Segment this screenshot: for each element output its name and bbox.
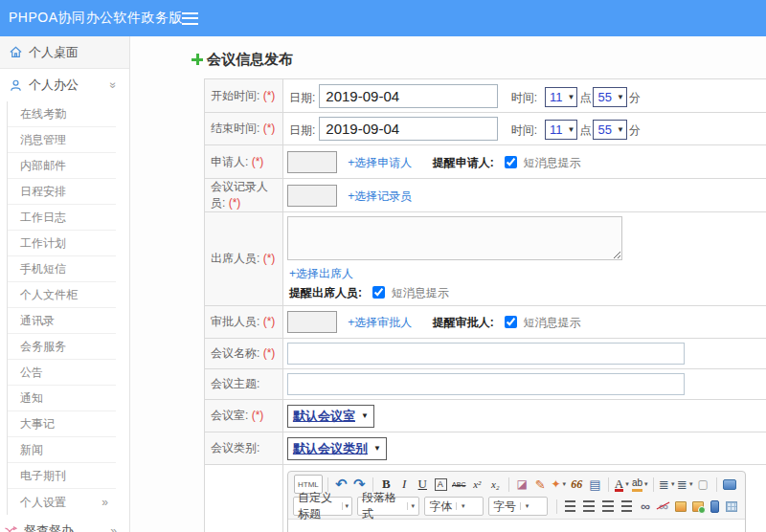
sidebar-item-news[interactable]: 新闻 xyxy=(8,437,116,463)
start-minute-select[interactable]: 55▼ xyxy=(593,87,626,107)
toolbar-separator xyxy=(716,477,717,492)
approver-sms-checkbox[interactable] xyxy=(505,316,517,328)
sidebar-item-personal-desktop[interactable]: 个人桌面 xyxy=(0,36,129,69)
caret-down-icon: ▼ xyxy=(373,444,381,453)
form-row-applicant: 申请人: (*) +选择申请人 提醒申请人: 短消息提示 xyxy=(205,145,766,179)
remind-attendees-label: 提醒出席人员: xyxy=(289,286,362,299)
sidebar-item-memorabilia[interactable]: 大事记 xyxy=(8,411,116,437)
applicant-sms-checkbox[interactable] xyxy=(505,156,517,168)
sidebar-item-messages[interactable]: 消息管理 xyxy=(8,127,116,153)
subscript-button[interactable]: x₂ xyxy=(487,475,504,494)
highlight-color-button[interactable]: ab▾ xyxy=(632,475,648,494)
sidebar-item-work-plan[interactable]: 工作计划 xyxy=(8,231,116,256)
pick-recorder-link[interactable]: +选择记录员 xyxy=(348,189,412,203)
eraser-icon[interactable]: ◪ xyxy=(514,475,530,494)
form-row-recorder: 会议记录人员: (*) +选择记录员 xyxy=(205,179,766,212)
form-row-meeting-name: 会议名称: (*) xyxy=(205,339,766,369)
chevron-down-icon: » xyxy=(107,82,121,89)
font-family-select[interactable]: 字体▾ xyxy=(424,497,484,516)
pick-applicant-link[interactable]: +选择申请人 xyxy=(348,156,412,169)
unordered-list-button[interactable]: ≣▾ xyxy=(677,475,693,494)
main-content: 会议信息发布 开始时间: (*) 日期: 时间:11▼点55▼分 结束时间: (… xyxy=(130,36,766,532)
font-color-button[interactable]: A▾ xyxy=(614,475,630,494)
caret-down-icon: ▾ xyxy=(625,480,629,488)
editor-content-area[interactable] xyxy=(288,519,745,532)
align-justify-button[interactable] xyxy=(621,500,633,512)
meeting-room-select[interactable]: 默认会议室▼ xyxy=(287,405,374,428)
chevron-right-icon: » xyxy=(101,490,108,515)
color-style-button[interactable]: ✦▾ xyxy=(551,475,567,494)
attendees-sms-checkbox[interactable] xyxy=(372,286,385,299)
end-date-input[interactable] xyxy=(319,117,498,141)
user-icon xyxy=(8,78,23,93)
paragraph-format-select[interactable]: 段落格式▾ xyxy=(357,497,419,516)
font-border-button[interactable]: A xyxy=(435,478,447,491)
insert-media-button[interactable] xyxy=(710,500,719,513)
sidebar-item-work-log[interactable]: 工作日志 xyxy=(8,205,116,231)
shuffle-icon xyxy=(3,523,18,532)
blockquote-button[interactable]: 66 xyxy=(569,475,585,494)
upload-image-button[interactable] xyxy=(692,501,704,512)
heading-style-select[interactable]: 自定义标题▾ xyxy=(293,497,352,516)
sidebar-item-supervision[interactable]: 督查督办 » xyxy=(0,515,129,532)
toolbar-separator xyxy=(653,477,654,492)
attendees-textarea[interactable] xyxy=(287,216,622,260)
font-size-select[interactable]: 字号▾ xyxy=(488,497,548,516)
paste-icon[interactable]: ▤ xyxy=(587,475,603,494)
fullscreen-button[interactable] xyxy=(722,475,738,494)
underline-button[interactable]: U xyxy=(415,475,431,494)
insert-table-button[interactable] xyxy=(726,501,737,512)
form-row-meeting-room: 会议室: (*) 默认会议室▼ xyxy=(205,400,766,432)
field-label: 审批人员: xyxy=(211,315,259,328)
caret-down-icon: ▼ xyxy=(361,411,369,420)
hamburger-menu-icon[interactable] xyxy=(182,12,198,25)
sidebar-item-e-journal[interactable]: 电子期刊 xyxy=(8,463,116,489)
sidebar-item-contacts[interactable]: 通讯录 xyxy=(8,308,116,334)
approver-input[interactable] xyxy=(287,311,337,333)
applicant-input[interactable] xyxy=(287,151,337,173)
form-row-start-time: 开始时间: (*) 日期: 时间:11▼点55▼分 xyxy=(205,79,766,113)
recorder-input[interactable] xyxy=(287,185,337,207)
meeting-name-input[interactable] xyxy=(287,343,685,365)
start-date-input[interactable] xyxy=(319,84,498,108)
pick-attendees-link[interactable]: +选择出席人 xyxy=(289,267,353,280)
superscript-button[interactable]: x² xyxy=(469,475,485,494)
time-label: 时间: xyxy=(511,91,537,104)
start-hour-select[interactable]: 11▼ xyxy=(545,87,577,107)
required-mark: (*) xyxy=(229,196,241,210)
field-label: 会议主题: xyxy=(211,377,259,390)
format-brush-icon[interactable]: ✎ xyxy=(532,475,549,494)
pick-approver-link[interactable]: +选择审批人 xyxy=(348,316,412,329)
meeting-subject-input[interactable] xyxy=(287,373,685,395)
editor-toolbar-row-1: HTML ↶ ↷ B I U A ABC x² x₂ xyxy=(288,472,745,497)
sidebar-item-sms[interactable]: 手机短信 xyxy=(8,256,116,282)
sms-label: 短消息提示 xyxy=(523,316,580,329)
insert-image-button[interactable] xyxy=(675,501,687,512)
sidebar-item-internal-mail[interactable]: 内部邮件 xyxy=(8,153,116,179)
sidebar-item-file-cabinet[interactable]: 个人文件柜 xyxy=(8,282,116,308)
align-right-button[interactable] xyxy=(602,500,614,512)
page-header: 会议信息发布 xyxy=(192,50,766,69)
caret-down-icon: ▾ xyxy=(456,502,469,510)
form-row-meeting-subject: 会议主题: xyxy=(205,369,766,400)
sidebar-item-meeting-services[interactable]: 会务服务 xyxy=(8,334,116,360)
hour-unit: 点 xyxy=(579,123,591,137)
required-mark: (*) xyxy=(263,346,276,360)
sidebar-item-personal-settings[interactable]: 个人设置 » xyxy=(8,489,116,515)
new-page-button[interactable]: ▢ xyxy=(695,475,711,494)
sidebar-item-personal-office[interactable]: 个人办公 » xyxy=(0,69,129,101)
remove-link-button[interactable]: ∞ xyxy=(655,497,671,516)
sidebar-item-announcements[interactable]: 公告 xyxy=(8,360,116,386)
align-center-button[interactable] xyxy=(583,500,595,512)
sidebar-item-notices[interactable]: 通知 xyxy=(8,386,116,411)
end-hour-select[interactable]: 11▼ xyxy=(545,120,577,140)
strikethrough-button[interactable]: ABC xyxy=(451,475,467,494)
end-minute-select[interactable]: 55▼ xyxy=(593,120,626,140)
sidebar-item-schedule[interactable]: 日程安排 xyxy=(8,179,116,205)
insert-link-button[interactable]: ∞ xyxy=(637,497,653,516)
sidebar-item-attendance[interactable]: 在线考勤 xyxy=(8,101,116,127)
meeting-category-select[interactable]: 默认会议类别▼ xyxy=(287,437,387,460)
remind-approver-label: 提醒审批人: xyxy=(433,316,494,329)
ordered-list-button[interactable]: ≣▾ xyxy=(659,475,675,494)
align-left-button[interactable] xyxy=(565,500,576,512)
